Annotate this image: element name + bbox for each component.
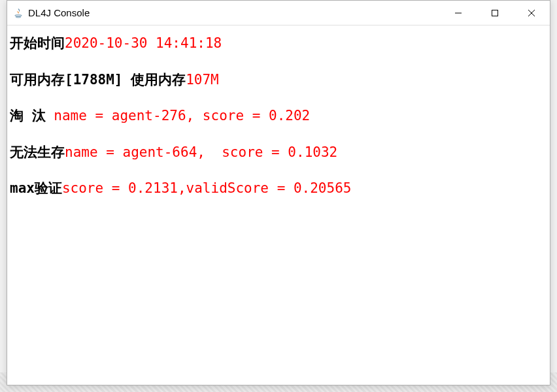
console-window: DL4J Console 开始时间2020-10-30 14:41:18 可用内… — [7, 0, 550, 385]
output-line-cannot-survive: 无法生存name = agent-664, score = 0.1032 — [10, 142, 547, 163]
max-validation-value: score = 0.2131,validScore = 0.20565 — [62, 180, 352, 196]
titlebar[interactable]: DL4J Console — [7, 1, 550, 25]
output-line-memory: 可用内存[1788M] 使用内存107M — [10, 70, 547, 91]
console-output: 开始时间2020-10-30 14:41:18 可用内存[1788M] 使用内存… — [7, 25, 550, 223]
window-controls — [440, 1, 550, 25]
eliminate-label: 淘 汰 — [10, 108, 54, 123]
maximize-button[interactable] — [477, 1, 513, 25]
start-time-label: 开始时间 — [10, 35, 65, 51]
svg-point-0 — [15, 14, 22, 16]
memory-label: 可用内存[1788M] 使用内存 — [10, 72, 186, 88]
output-line-eliminate: 淘 汰 name = agent-276, score = 0.202 — [10, 106, 547, 127]
svg-rect-3 — [492, 10, 498, 16]
memory-value: 107M — [186, 72, 219, 88]
start-time-value: 2020-10-30 14:41:18 — [65, 35, 222, 51]
eliminate-value: name = agent-276, score = 0.202 — [54, 108, 310, 123]
cannot-survive-value: name = agent-664, score = 0.1032 — [65, 144, 337, 160]
svg-point-1 — [16, 16, 21, 18]
window-title: DL4J Console — [28, 7, 440, 18]
close-button[interactable] — [513, 1, 550, 25]
max-validation-label: max验证 — [10, 180, 62, 196]
output-line-max-validation: max验证score = 0.2131,validScore = 0.20565 — [10, 178, 547, 199]
output-line-start-time: 开始时间2020-10-30 14:41:18 — [10, 33, 547, 54]
java-icon — [12, 7, 24, 19]
minimize-button[interactable] — [440, 1, 477, 25]
cannot-survive-label: 无法生存 — [10, 144, 65, 160]
